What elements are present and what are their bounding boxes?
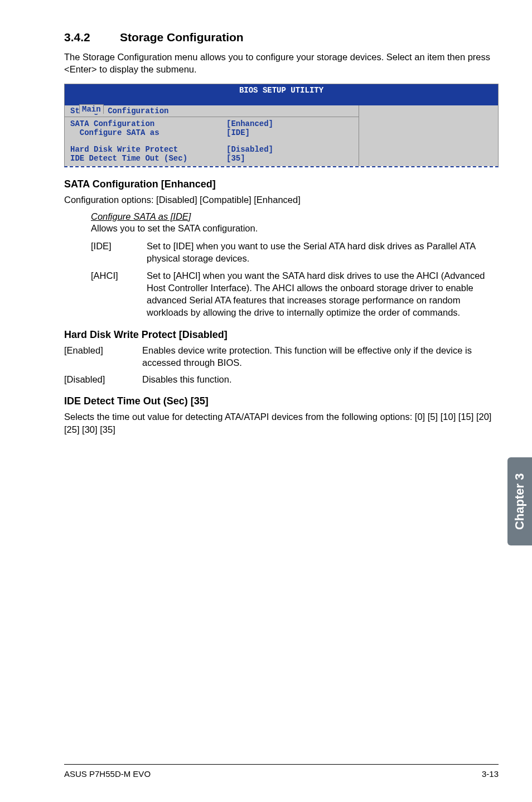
- configure-sata-as-heading: Configure SATA as [IDE]: [91, 211, 499, 222]
- sata-config-options: Configuration options: [Disabled] [Compa…: [64, 194, 499, 206]
- page-footer: ASUS P7H55D-M EVO 3-13: [64, 764, 499, 779]
- option-value: Set to [IDE] when you want to use the Se…: [147, 240, 499, 265]
- bios-row-configure-sata-as[interactable]: Configure SATA as [IDE]: [70, 128, 353, 137]
- bios-panel-title: Storage Configuration: [65, 105, 359, 117]
- ide-timeout-desc: Selects the time out value for detecting…: [64, 410, 499, 436]
- section-number: 3.4.2: [64, 31, 120, 44]
- hdwp-heading: Hard Disk Write Protect [Disabled]: [64, 329, 499, 341]
- sata-config-heading: SATA Configuration [Enhanced]: [64, 178, 499, 190]
- bios-label: IDE Detect Time Out (Sec): [70, 154, 226, 163]
- option-key: [IDE]: [91, 240, 147, 265]
- option-ahci: [AHCI] Set to [AHCI] when you want the S…: [91, 269, 499, 319]
- option-key: [AHCI]: [91, 269, 147, 319]
- intro-paragraph: The Storage Configuration menu allows yo…: [64, 51, 499, 76]
- option-value: Enables device write protection. This fu…: [142, 344, 499, 369]
- option-enabled: [Enabled] Enables device write protectio…: [64, 344, 499, 369]
- option-key: [Disabled]: [64, 373, 142, 385]
- option-ide: [IDE] Set to [IDE] when you want to use …: [91, 240, 499, 265]
- option-key: [Enabled]: [64, 344, 142, 369]
- bios-label: Hard Disk Write Protect: [70, 145, 226, 154]
- option-value: Set to [AHCI] when you want the SATA har…: [147, 269, 499, 319]
- configure-sata-as-desc: Allows you to set the SATA configuration…: [91, 222, 499, 234]
- bios-value: [Disabled]: [226, 145, 273, 154]
- bios-value: [Enhanced]: [226, 119, 273, 128]
- option-disabled: [Disabled] Disables this function.: [64, 373, 499, 385]
- bios-row-hd-write-protect[interactable]: Hard Disk Write Protect [Disabled]: [70, 145, 353, 154]
- bios-utility-title: BIOS SETUP UTILITY: [65, 84, 498, 95]
- ide-timeout-heading: IDE Detect Time Out (Sec) [35]: [64, 395, 499, 407]
- option-value: Disables this function.: [142, 373, 499, 385]
- section-title: Storage Configuration: [120, 31, 244, 44]
- bios-label: Configure SATA as: [70, 128, 226, 137]
- section-heading: 3.4.2Storage Configuration: [64, 31, 499, 44]
- footer-product: ASUS P7H55D-M EVO: [64, 769, 151, 779]
- bios-row-sata-config[interactable]: SATA Configuration [Enhanced]: [70, 119, 353, 128]
- bios-value: [35]: [226, 154, 245, 163]
- bios-value: [IDE]: [226, 128, 250, 137]
- bios-panel: BIOS SETUP UTILITY Main Storage Configur…: [64, 84, 499, 167]
- bios-help-panel: [359, 105, 498, 166]
- bios-label: SATA Configuration: [70, 119, 226, 128]
- footer-page-number: 3-13: [482, 769, 499, 779]
- bios-row-ide-timeout[interactable]: IDE Detect Time Out (Sec) [35]: [70, 154, 353, 163]
- bios-tab-main[interactable]: Main: [79, 104, 104, 114]
- chapter-side-tab: Chapter 3: [507, 457, 532, 545]
- bios-tab-row: Main: [65, 95, 498, 105]
